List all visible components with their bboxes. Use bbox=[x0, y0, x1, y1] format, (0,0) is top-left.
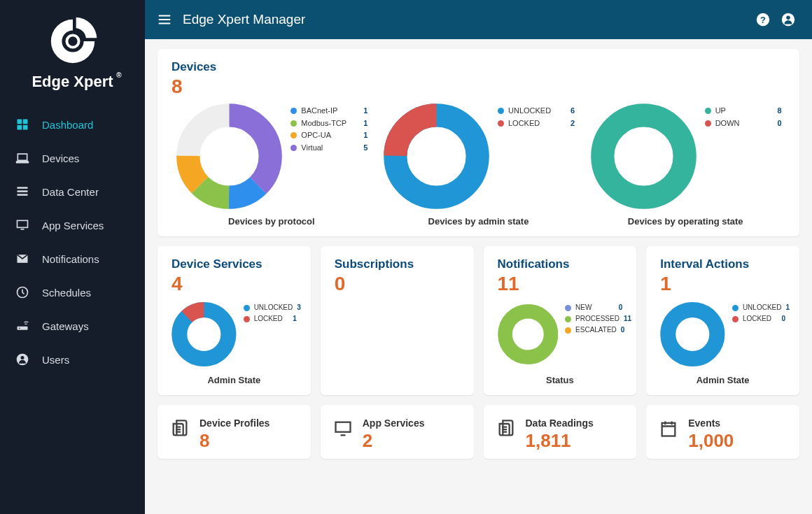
svg-rect-3 bbox=[18, 125, 22, 130]
sidebar-item-label: Users bbox=[42, 354, 130, 366]
chart-caption: Status bbox=[498, 375, 623, 385]
clock-icon bbox=[15, 285, 29, 299]
svg-rect-32 bbox=[662, 423, 676, 436]
dashboard-icon bbox=[15, 117, 29, 131]
sidebar-item-label: Devices bbox=[42, 152, 130, 164]
sidebar-item-dashboard[interactable]: Dashboard bbox=[0, 108, 145, 141]
stat-label: App Services bbox=[363, 417, 425, 429]
stat-label: Device Profiles bbox=[200, 417, 270, 429]
sidebar-item-data-center[interactable]: Data Center bbox=[0, 175, 145, 208]
legend: UNLOCKED1 LOCKED0 bbox=[732, 299, 785, 324]
devices-by-admin-state-chart: UNLOCKED6 LOCKED2 Devices by admin state bbox=[379, 102, 579, 227]
card-title: Subscriptions bbox=[335, 257, 460, 271]
monitor-icon bbox=[333, 419, 353, 438]
donut-icon bbox=[382, 102, 491, 210]
subscriptions-card: Subscriptions 0 bbox=[321, 246, 474, 395]
chart-caption: Devices by admin state bbox=[428, 216, 529, 227]
router-icon bbox=[15, 319, 29, 333]
svg-rect-11 bbox=[18, 327, 28, 330]
svg-point-0 bbox=[66, 35, 78, 47]
device-services-card: Device Services 4 UNLOCKED3 LOCKED1 Admi… bbox=[158, 246, 311, 395]
svg-rect-4 bbox=[23, 125, 28, 130]
brand: Edge Xpert® bbox=[0, 0, 145, 103]
mail-icon bbox=[15, 252, 29, 266]
data-readings-stat: Data Readings 1,811 bbox=[484, 405, 637, 459]
help-button[interactable]: ? bbox=[750, 7, 776, 32]
main: Edge Xpert Manager ? Devices 8 bbox=[145, 0, 812, 514]
donut-icon bbox=[660, 299, 725, 369]
brand-name: Edge Xpert® bbox=[31, 73, 113, 91]
account-icon bbox=[780, 12, 796, 27]
svg-point-26 bbox=[602, 115, 684, 197]
sidebar-item-users[interactable]: Users bbox=[0, 343, 145, 376]
menu-button[interactable] bbox=[150, 6, 178, 34]
chart-caption: Devices by operating state bbox=[628, 216, 743, 227]
sidebar-item-label: Schedules bbox=[42, 287, 130, 299]
monitor-icon bbox=[15, 218, 29, 232]
devices-by-operating-state-chart: UP8 DOWN0 Devices by operating state bbox=[585, 102, 785, 227]
sidebar-item-label: Data Center bbox=[42, 186, 130, 198]
small-cards-row: Device Services 4 UNLOCKED3 LOCKED1 Admi… bbox=[158, 246, 799, 395]
chart-caption: Devices by protocol bbox=[228, 216, 315, 227]
sidebar-item-notifications[interactable]: Notifications bbox=[0, 242, 145, 276]
sidebar-item-label: Dashboard bbox=[42, 119, 130, 131]
svg-rect-7 bbox=[18, 194, 28, 196]
stat-value: 1,000 bbox=[688, 430, 734, 452]
svg-point-18 bbox=[786, 16, 790, 20]
laptop-icon bbox=[15, 151, 29, 165]
devices-card: Devices 8 BACnet-IP1 bbox=[158, 49, 799, 236]
svg-rect-31 bbox=[335, 422, 350, 432]
document-icon bbox=[496, 419, 516, 438]
donut-icon bbox=[498, 299, 559, 369]
card-title: Notifications bbox=[498, 257, 623, 271]
svg-rect-2 bbox=[23, 120, 28, 124]
stat-label: Data Readings bbox=[526, 417, 594, 429]
svg-text:?: ? bbox=[760, 15, 766, 25]
card-total: 4 bbox=[172, 273, 297, 295]
stat-value: 1,811 bbox=[526, 430, 594, 452]
sidebar: Edge Xpert® Dashboard Devices Data Cente… bbox=[0, 0, 145, 514]
interval-actions-card: Interval Actions 1 UNLOCKED1 LOCKED0 Adm… bbox=[646, 246, 799, 395]
sidebar-item-devices[interactable]: Devices bbox=[0, 141, 145, 175]
svg-rect-9 bbox=[21, 229, 24, 230]
legend: UNLOCKED6 LOCKED2 bbox=[498, 102, 575, 129]
legend: BACnet-IP1 Modbus-TCP1 OPC-UA1 Virtual5 bbox=[290, 102, 368, 154]
page-title: Edge Xpert Manager bbox=[183, 12, 305, 27]
donut-icon bbox=[589, 102, 698, 210]
svg-point-30 bbox=[668, 310, 717, 359]
brand-logo-icon bbox=[46, 14, 100, 69]
devices-total: 8 bbox=[172, 76, 785, 98]
devices-charts-row: BACnet-IP1 Modbus-TCP1 OPC-UA1 Virtual5 … bbox=[172, 102, 785, 227]
legend: UNLOCKED3 LOCKED1 bbox=[244, 299, 297, 324]
calendar-icon bbox=[659, 419, 678, 438]
svg-rect-5 bbox=[18, 187, 28, 189]
topbar: Edge Xpert Manager ? bbox=[145, 0, 812, 39]
svg-rect-1 bbox=[18, 120, 22, 124]
devices-by-protocol-chart: BACnet-IP1 Modbus-TCP1 OPC-UA1 Virtual5 … bbox=[172, 102, 372, 227]
card-total: 11 bbox=[498, 273, 623, 295]
sidebar-item-label: Notifications bbox=[42, 253, 130, 265]
sidebar-item-schedules[interactable]: Schedules bbox=[0, 276, 145, 309]
legend: UP8 DOWN0 bbox=[705, 102, 782, 129]
account-button[interactable] bbox=[776, 7, 801, 32]
donut-icon bbox=[175, 102, 284, 210]
content: Devices 8 BACnet-IP1 bbox=[145, 39, 812, 514]
svg-rect-6 bbox=[18, 190, 28, 192]
svg-point-12 bbox=[19, 328, 20, 329]
document-icon bbox=[170, 419, 190, 438]
chart-caption: Admin State bbox=[172, 375, 297, 385]
card-title: Interval Actions bbox=[660, 257, 785, 271]
card-title: Device Services bbox=[172, 257, 297, 271]
list-icon bbox=[15, 185, 29, 199]
sidebar-item-app-services[interactable]: App Services bbox=[0, 208, 145, 242]
sidebar-item-gateways[interactable]: Gateways bbox=[0, 309, 145, 343]
user-icon bbox=[15, 352, 29, 366]
app-services-stat: App Services 2 bbox=[321, 405, 474, 459]
legend: NEW0 PROCESSED11 ESCALATED0 bbox=[565, 299, 622, 336]
notifications-card: Notifications 11 NEW0 PROCESSED11 ESCALA… bbox=[484, 246, 637, 395]
sidebar-item-label: Gateways bbox=[42, 320, 130, 332]
hamburger-icon bbox=[157, 12, 172, 27]
svg-point-14 bbox=[21, 356, 24, 359]
chart-caption: Admin State bbox=[660, 375, 785, 385]
stat-label: Events bbox=[688, 417, 734, 429]
